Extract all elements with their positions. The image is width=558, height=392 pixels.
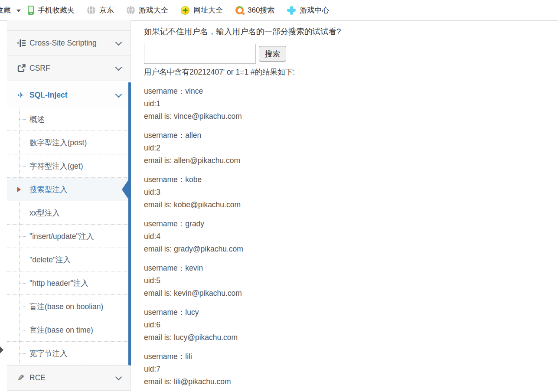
bookmark-item-jd[interactable]: 京东 [87, 5, 114, 15]
favorites-menu[interactable]: 收藏 [0, 5, 11, 15]
sidebar-subitem-label: 搜索型注入 [29, 184, 68, 195]
username-label: username： [144, 87, 185, 95]
phone-icon [28, 6, 34, 15]
sidebar-subitem[interactable]: "delete"注入 [7, 248, 128, 271]
sidebar-subitem[interactable]: "http header"注入 [7, 271, 128, 295]
result-uid-line: uid:3 [144, 186, 558, 199]
uid-value: 3 [156, 188, 160, 196]
sidebar-subitem[interactable]: 宽字节注入 [7, 342, 128, 365]
bookmark-label: 游戏大全 [139, 5, 168, 15]
uid-value: 1 [156, 99, 160, 108]
game-center-icon [287, 6, 296, 15]
bookmark-label: 京东 [99, 5, 114, 15]
sidebar-subitem[interactable]: 盲注(base on boolian) [7, 295, 128, 318]
sidebar-subitem-label: 数字型注入(post) [29, 137, 87, 148]
email-label: email is: [144, 112, 174, 121]
username-label: username： [144, 352, 185, 361]
globe-icon [127, 6, 135, 14]
username-label: username： [144, 175, 185, 184]
uid-value: 4 [156, 232, 160, 241]
sidebar-subitem-label: 盲注(base on boolian) [29, 301, 103, 312]
side-panel-handle-icon[interactable] [0, 346, 3, 353]
uid-label: uid: [144, 365, 156, 373]
username-value: kevin [185, 264, 203, 272]
sidebar-item-rce[interactable]: ✎ RCE [7, 366, 131, 391]
email-label: email is: [144, 245, 174, 253]
username-value: allen [185, 131, 201, 140]
chevron-down-icon [115, 64, 122, 71]
bookmark-item-mobile-favorites[interactable]: 手机收藏夹 [28, 5, 75, 15]
bookmark-item-nav-site[interactable]: 网址大全 [181, 5, 223, 15]
email-label: email is: [144, 289, 174, 297]
search-input[interactable] [144, 44, 256, 64]
result-username-line: username：grady [144, 218, 558, 230]
email-label: email is: [144, 200, 174, 209]
uid-label: uid: [144, 99, 156, 108]
result-email-line: email is: kobe@pikachu.com [144, 199, 558, 211]
result-uid-line: uid:5 [144, 274, 558, 287]
result-block: username：lucy uid:6 email is: lucy@pikac… [144, 306, 558, 344]
username-label: username： [144, 219, 185, 228]
sidebar-subitem[interactable]: 盲注(base on time) [7, 318, 128, 342]
chevron-down-icon[interactable] [16, 10, 21, 12]
sql-inject-submenu: 概述 数字型注入(post) 字符型注入(get) 搜索型注入 xx型注入 "i… [7, 108, 131, 366]
main-content: 如果记不住用户名，输入用户名的一部分搜索的试试看? 搜索 用户名中含有20212… [144, 20, 558, 392]
result-username-line: username：kevin [144, 262, 558, 274]
email-value: lili@pikachu.com [174, 377, 231, 386]
sidebar-subitem[interactable]: 数字型注入(post) [7, 131, 128, 154]
nav-site-icon [181, 6, 189, 15]
sidebar-item-cross-site-scripting[interactable]: Cross-Site Scripting [7, 31, 131, 56]
share-square-icon [17, 64, 29, 72]
sidebar-subitem-label: 宽字节注入 [29, 348, 68, 359]
bookmark-item-360-search[interactable]: 360搜索 [235, 5, 274, 15]
sidebar-item-sql-inject[interactable]: ✈ SQL-Inject [7, 82, 131, 108]
email-value: grady@pikachu.com [174, 245, 243, 253]
uid-value: 6 [156, 320, 160, 329]
sidebar-partial-row [7, 20, 131, 31]
jet-icon: ✈ [17, 91, 29, 99]
sidebar-subitem-label: xx型注入 [29, 208, 60, 218]
sidebar-item-label: RCE [29, 373, 46, 382]
favorites-label: 收藏 [0, 5, 11, 15]
sidebar-subitem-label: "insert/update"注入 [29, 231, 94, 242]
sidebar-subitem-label: "http header"注入 [29, 278, 88, 288]
result-email-line: email is: vince@pikachu.com [144, 110, 558, 123]
screen: 收藏 手机收藏夹 京东 游戏大全 网址大全 360搜索 游戏中心 [0, 0, 558, 392]
page-heading: 如果记不住用户名，输入用户名的一部分搜索的试试看? [144, 26, 558, 37]
result-note: 用户名中含有20212407' or 1=1 #的结果如下: [144, 67, 558, 77]
uid-label: uid: [144, 188, 156, 196]
result-block: username：kevin uid:5 email is: kevin@pik… [144, 262, 558, 300]
result-username-line: username：lili [144, 350, 558, 363]
search-button[interactable]: 搜索 [259, 46, 286, 62]
sidebar-subitem-label: 概述 [29, 114, 45, 124]
result-block: username：lili uid:7 email is: lili@pikac… [144, 350, 558, 388]
result-username-line: username：allen [144, 129, 558, 142]
sidebar-subitem-label: "delete"注入 [29, 255, 71, 265]
sidebar-subitem[interactable]: 字符型注入(get) [7, 154, 128, 178]
email-value: vince@pikachu.com [174, 112, 242, 121]
360-search-icon [235, 6, 244, 14]
uid-label: uid: [144, 276, 156, 285]
bookmark-label: 网址大全 [193, 5, 223, 15]
email-value: allen@pikachu.com [174, 156, 240, 165]
uid-value: 5 [156, 276, 160, 285]
username-value: lili [185, 352, 192, 361]
sidebar-subitem[interactable]: 概述 [7, 108, 128, 131]
sidebar-subitem[interactable]: 搜索型注入 [7, 178, 128, 201]
indent-list-icon [17, 39, 29, 47]
bookmark-item-games[interactable]: 游戏大全 [127, 5, 168, 15]
result-uid-line: uid:2 [144, 142, 558, 154]
bookmark-item-game-center[interactable]: 游戏中心 [287, 5, 329, 15]
email-label: email is: [144, 333, 174, 342]
result-email-line: email is: allen@pikachu.com [144, 154, 558, 167]
sidebar-item-label: CSRF [29, 64, 50, 73]
uid-label: uid: [144, 232, 156, 241]
sidebar-subitem[interactable]: "insert/update"注入 [7, 225, 128, 248]
email-value: kevin@pikachu.com [174, 289, 242, 297]
email-value: lucy@pikachu.com [174, 333, 238, 342]
email-value: kobe@pikachu.com [174, 200, 241, 209]
sidebar-item-csrf[interactable]: CSRF [7, 56, 131, 81]
bookmark-label: 游戏中心 [300, 5, 329, 15]
username-value: grady [185, 219, 204, 228]
sidebar-subitem[interactable]: xx型注入 [7, 201, 128, 225]
